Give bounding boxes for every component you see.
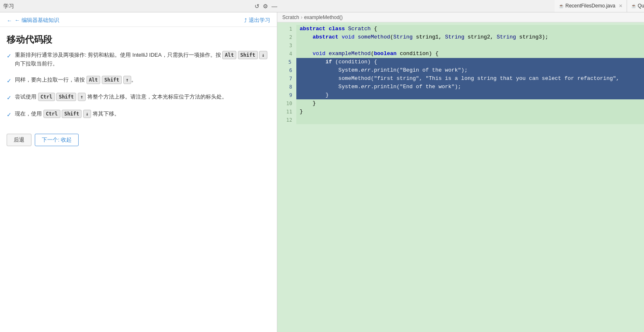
top-bar: 学习 ↺ ⚙ — ☕ RecentFilesDemo.java ✕ ☕ Quad… xyxy=(0,0,644,12)
step-2: ✓ 同样，要向上拉取一行，请按 Alt Shift ↑。 xyxy=(7,76,270,85)
line-numbers: 1 2 3 4 5 6 7 8 9 10 11 12 xyxy=(277,22,296,332)
line-num-11: 11 xyxy=(277,108,296,116)
next-button[interactable]: 下一个: 收起 xyxy=(35,134,79,146)
exit-icon: ⤴ xyxy=(244,17,247,24)
code-area: 1 2 3 4 5 6 7 8 9 10 11 12 abstract clas… xyxy=(277,22,644,332)
code-line-5: if (condition) { xyxy=(296,58,644,66)
key-ctrl: Ctrl xyxy=(38,93,55,101)
line-num-4: 4 xyxy=(277,50,296,58)
exit-label: 退出学习 xyxy=(249,17,270,24)
line-num-9: 9 xyxy=(277,91,296,99)
key-ctrl2: Ctrl xyxy=(43,110,60,118)
code-line-6: System.err.println("Begin of the work"); xyxy=(296,66,644,75)
right-panel: Scratch › exampleMethod() 1 2 3 4 5 6 7 … xyxy=(277,12,644,332)
tab-close[interactable]: ✕ xyxy=(619,3,622,9)
tab-bar: ☕ RecentFilesDemo.java ✕ ☕ QuadraticEqua… xyxy=(277,0,644,12)
code-line-10: } xyxy=(296,99,644,108)
tab-label2: QuadraticEquationsSolver.java xyxy=(638,3,644,9)
app-title: 学习 xyxy=(3,2,14,10)
step-text-3: 尝试使用 Ctrl Shift ↑ 将整个方法上移。请注意，文本光标应位于方法的… xyxy=(15,93,270,101)
code-line-2: abstract void someMethod(String string1,… xyxy=(296,33,644,41)
line-num-5: 5 xyxy=(277,58,296,66)
code-line-8: System.err.println("End of the work"); xyxy=(296,83,644,91)
line-num-7: 7 xyxy=(277,75,296,83)
steps-container: ✓ 重新排列行通常涉及两项操作: 剪切和粘贴。使用 IntelliJ IDEA，… xyxy=(0,51,277,127)
step-text-2: 同样，要向上拉取一行，请按 Alt Shift ↑。 xyxy=(15,76,270,84)
back-link[interactable]: ← ← 编辑器基础知识 xyxy=(7,17,59,24)
key-up: ↑ xyxy=(123,76,131,84)
breadcrumb-root: Scratch xyxy=(282,14,299,20)
line-num-10: 10 xyxy=(277,99,296,108)
line-num-1: 1 xyxy=(277,25,296,33)
key-shift4: Shift xyxy=(62,110,82,118)
exit-link[interactable]: ⤴ 退出学习 xyxy=(244,17,270,24)
tab-quadratic[interactable]: ☕ QuadraticEquationsSolver.java ✕ xyxy=(627,0,644,12)
breadcrumb-sep: › xyxy=(301,14,303,20)
step-3: ✓ 尝试使用 Ctrl Shift ↑ 将整个方法上移。请注意，文本光标应位于方… xyxy=(7,93,270,102)
minimize-icon[interactable]: — xyxy=(272,3,277,10)
code-line-12 xyxy=(296,116,644,124)
code-line-3 xyxy=(296,41,644,50)
step-text-1: 重新排列行通常涉及两项操作: 剪切和粘贴。使用 IntelliJ IDEA，只需… xyxy=(15,51,270,68)
step-check-4: ✓ xyxy=(7,110,12,119)
line-num-8: 8 xyxy=(277,83,296,91)
code-line-7: someMethod("first string", "This is a lo… xyxy=(296,75,644,83)
tab-label: RecentFilesDemo.java xyxy=(565,3,615,9)
key-up2: ↑ xyxy=(78,93,86,101)
refresh-icon[interactable]: ↺ xyxy=(255,3,260,10)
key-shift2: Shift xyxy=(102,76,122,84)
breadcrumb-bar: Scratch › exampleMethod() xyxy=(277,12,644,22)
left-panel: ← ← 编辑器基础知识 ⤴ 退出学习 移动代码段 ✓ 重新排列行通常涉及两项操作… xyxy=(0,12,277,332)
key-alt2: Alt xyxy=(87,76,101,84)
code-line-1: abstract class Scratch { xyxy=(296,25,644,33)
line-num-2: 2 xyxy=(277,33,296,41)
btn-container: 后退 下一个: 收起 xyxy=(0,127,277,153)
code-lines[interactable]: abstract class Scratch { abstract void s… xyxy=(296,22,644,332)
code-line-4: void exampleMethod(boolean condition) { xyxy=(296,50,644,58)
back-arrow-icon: ← xyxy=(7,17,12,24)
key-alt: Alt xyxy=(222,51,236,59)
step-check-1: ✓ xyxy=(7,51,12,60)
line-num-12: 12 xyxy=(277,116,296,124)
java-file-icon: ☕ xyxy=(559,4,564,8)
step-check-3: ✓ xyxy=(7,93,12,102)
back-link-label: ← 编辑器基础知识 xyxy=(14,17,59,24)
step-check-2: ✓ xyxy=(7,76,12,85)
lesson-title: 移动代码段 xyxy=(0,27,277,51)
java-file-icon2: ☕ xyxy=(631,4,636,8)
tab-recentfiles[interactable]: ☕ RecentFilesDemo.java ✕ xyxy=(555,0,627,12)
code-line-11: } xyxy=(296,108,644,116)
step-1: ✓ 重新排列行通常涉及两项操作: 剪切和粘贴。使用 IntelliJ IDEA，… xyxy=(7,51,270,68)
key-shift3: Shift xyxy=(56,93,76,101)
top-bar-controls: ↺ ⚙ — xyxy=(255,3,277,10)
breadcrumb-method: exampleMethod() xyxy=(304,14,343,20)
main-content: ← ← 编辑器基础知识 ⤴ 退出学习 移动代码段 ✓ 重新排列行通常涉及两项操作… xyxy=(0,12,644,332)
code-line-9: } xyxy=(296,91,644,99)
line-num-3: 3 xyxy=(277,41,296,50)
settings-icon[interactable]: ⚙ xyxy=(263,3,268,10)
back-button[interactable]: 后退 xyxy=(7,134,31,146)
key-down: ↓ xyxy=(259,51,267,59)
key-down2: ↓ xyxy=(83,110,91,118)
left-header: ← ← 编辑器基础知识 ⤴ 退出学习 xyxy=(0,12,277,27)
step-text-4: 现在，使用 Ctrl Shift ↓ 将其下移。 xyxy=(15,110,270,118)
top-bar-left: 学习 ↺ ⚙ — xyxy=(3,2,281,10)
step-4: ✓ 现在，使用 Ctrl Shift ↓ 将其下移。 xyxy=(7,110,270,119)
line-num-6: 6 xyxy=(277,66,296,75)
key-shift: Shift xyxy=(238,51,258,59)
